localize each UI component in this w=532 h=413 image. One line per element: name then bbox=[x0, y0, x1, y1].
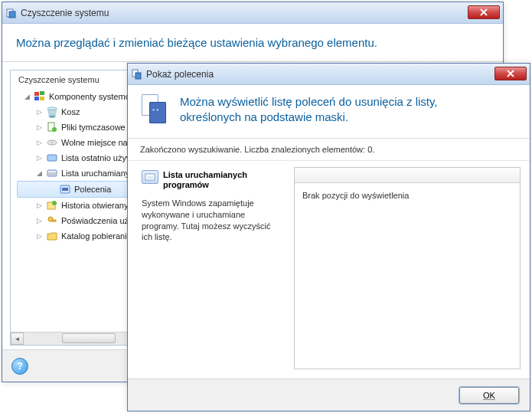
dialog-header-line1: Można wyświetlić listę poleceń do usunię… bbox=[180, 95, 438, 108]
tree-item-label: Katalog pobierania bbox=[61, 231, 132, 241]
svg-point-7 bbox=[52, 127, 57, 132]
info-banner: Można przeglądać i zmieniać bieżące usta… bbox=[2, 24, 503, 62]
temp-icon bbox=[46, 121, 58, 133]
svg-rect-4 bbox=[34, 97, 39, 100]
window-title-front: Pokaż polecenia bbox=[146, 69, 214, 80]
expander-icon[interactable]: ◢ bbox=[35, 169, 44, 178]
close-button-back[interactable] bbox=[468, 5, 500, 19]
bin-icon: 🗑️ bbox=[46, 106, 58, 118]
results-column-header[interactable] bbox=[295, 168, 520, 183]
tree-item-label: Polecenia bbox=[74, 185, 111, 194]
help-button[interactable]: ? bbox=[11, 358, 28, 375]
app-icon bbox=[131, 68, 143, 80]
svg-point-16 bbox=[52, 201, 57, 205]
expander-icon[interactable]: ▷ bbox=[35, 232, 44, 241]
run-icon bbox=[46, 167, 58, 179]
results-list[interactable]: Brak pozycji do wyświetlenia bbox=[294, 167, 521, 369]
bottom-bar-front: OK bbox=[128, 379, 530, 411]
window-show-commands: Pokaż polecenia Można wyświetlić listę p… bbox=[127, 63, 530, 411]
scroll-left-button[interactable]: ◄ bbox=[11, 333, 24, 345]
run-list-icon bbox=[142, 170, 158, 184]
tree-item-label: Kosz bbox=[61, 107, 80, 116]
svg-rect-22 bbox=[147, 176, 153, 179]
status-line: Zakończono wyszukiwanie. Liczba znalezio… bbox=[128, 139, 530, 161]
creds-icon bbox=[46, 215, 58, 227]
expander-icon[interactable]: ▷ bbox=[35, 108, 44, 116]
dialog-header: Można wyświetlić listę poleceń do usunię… bbox=[128, 85, 530, 139]
app-icon bbox=[5, 7, 18, 19]
expander-icon[interactable]: ▷ bbox=[35, 123, 44, 132]
tree-item-label: Historia otwierany bbox=[61, 201, 128, 210]
svg-rect-1 bbox=[9, 11, 15, 18]
section-description: System Windows zapamiętuje wykonywane i … bbox=[142, 198, 282, 243]
svg-point-9 bbox=[51, 142, 54, 143]
tree-item-label: Lista uruchamiany bbox=[61, 169, 129, 178]
expander-icon[interactable]: ◢ bbox=[23, 93, 31, 101]
close-button-front[interactable] bbox=[494, 67, 527, 80]
window-title-back: Czyszczenie systemu bbox=[21, 8, 109, 18]
svg-rect-14 bbox=[62, 188, 68, 191]
svg-rect-12 bbox=[49, 173, 55, 175]
history-icon bbox=[46, 199, 58, 211]
svg-rect-2 bbox=[34, 92, 39, 96]
tree-root-label: Komponenty systemo bbox=[49, 92, 130, 101]
tree-item-label: Lista ostatnio używ bbox=[61, 153, 132, 162]
titlebar-back[interactable]: Czyszczenie systemu bbox=[2, 2, 503, 24]
svg-rect-20 bbox=[135, 73, 141, 79]
recent-icon bbox=[46, 152, 58, 164]
svg-rect-10 bbox=[47, 155, 57, 161]
cmd-icon bbox=[59, 183, 71, 195]
content-row: Lista uruchamianych programów System Win… bbox=[128, 161, 530, 375]
dialog-header-line2: określonych na podstawie maski. bbox=[180, 110, 348, 123]
downloads-icon bbox=[46, 230, 58, 242]
expander-icon[interactable]: ▷ bbox=[35, 202, 44, 210]
tree-item-label: Pliki tymczasowe bbox=[61, 123, 126, 132]
titlebar-front[interactable]: Pokaż polecenia bbox=[128, 64, 530, 85]
expander-icon[interactable]: ▷ bbox=[35, 139, 44, 147]
expander-icon[interactable]: ▷ bbox=[35, 154, 44, 162]
windows-icon bbox=[34, 90, 46, 103]
dialog-header-text: Można wyświetlić listę poleceń do usunię… bbox=[180, 94, 438, 126]
tree-item-label: Poświadczenia uży bbox=[61, 216, 133, 225]
disk-icon bbox=[46, 136, 58, 149]
tree-item-label: Wolne miejsce na bbox=[61, 138, 128, 147]
svg-rect-3 bbox=[40, 91, 44, 95]
commands-icon bbox=[140, 94, 171, 125]
svg-rect-5 bbox=[40, 97, 44, 100]
section-title-label: Lista uruchamianych programów bbox=[163, 170, 282, 190]
empty-message: Brak pozycji do wyświetlenia bbox=[295, 183, 520, 208]
expander-icon[interactable]: ▷ bbox=[35, 217, 44, 225]
ok-button[interactable]: OK bbox=[459, 387, 519, 404]
svg-rect-18 bbox=[52, 220, 56, 221]
section-info: Lista uruchamianych programów System Win… bbox=[137, 167, 286, 369]
scroll-thumb[interactable] bbox=[62, 333, 116, 343]
